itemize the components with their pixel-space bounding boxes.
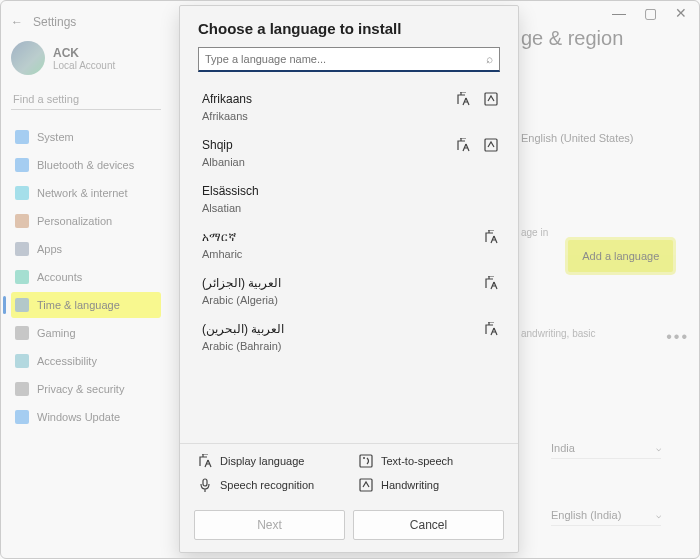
sidebar-item-time-language[interactable]: Time & language bbox=[11, 292, 161, 318]
close-button[interactable]: ✕ bbox=[675, 5, 687, 21]
find-setting-input[interactable] bbox=[11, 89, 161, 110]
display-language-icon bbox=[198, 454, 212, 468]
display-language-icon bbox=[484, 322, 498, 336]
choose-language-dialog: Choose a language to install ⌕ Afrikaans… bbox=[179, 5, 519, 553]
profile-name: ACK bbox=[53, 46, 115, 60]
language-search-input[interactable] bbox=[205, 53, 486, 65]
language-region-page: ge & region English (United States) age … bbox=[521, 21, 689, 526]
page-title: ge & region bbox=[521, 27, 689, 50]
language-option[interactable]: العربية (البحرين)Arabic (Bahrain) bbox=[198, 316, 512, 362]
handwriting-icon bbox=[484, 92, 498, 106]
settings-title: Settings bbox=[33, 15, 76, 29]
sidebar-item-bluetooth-devices[interactable]: Bluetooth & devices bbox=[11, 152, 161, 178]
add-language-button[interactable]: Add a language bbox=[568, 240, 673, 272]
display-language-icon bbox=[456, 138, 470, 152]
nav-icon bbox=[15, 326, 29, 340]
speech-icon bbox=[198, 478, 212, 492]
sidebar-item-privacy-security[interactable]: Privacy & security bbox=[11, 376, 161, 402]
nav-icon bbox=[15, 298, 29, 312]
avatar bbox=[11, 41, 45, 75]
language-features: andwriting, basic bbox=[521, 328, 595, 346]
tts-icon bbox=[359, 454, 373, 468]
display-language-icon bbox=[484, 276, 498, 290]
sidebar-item-network-internet[interactable]: Network & internet bbox=[11, 180, 161, 206]
next-button[interactable]: Next bbox=[194, 510, 345, 540]
nav-icon bbox=[15, 242, 29, 256]
nav-icon bbox=[15, 270, 29, 284]
language-list[interactable]: AfrikaansAfrikaansShqipAlbanianElsässisc… bbox=[180, 80, 518, 443]
maximize-button[interactable]: ▢ bbox=[644, 5, 657, 21]
sidebar-item-personalization[interactable]: Personalization bbox=[11, 208, 161, 234]
more-icon[interactable]: ••• bbox=[666, 328, 689, 346]
format-select[interactable]: English (India)⌵ bbox=[551, 509, 661, 526]
nav-icon bbox=[15, 382, 29, 396]
search-icon: ⌕ bbox=[486, 52, 493, 66]
nav-icon bbox=[15, 410, 29, 424]
cancel-button[interactable]: Cancel bbox=[353, 510, 504, 540]
sidebar-item-accessibility[interactable]: Accessibility bbox=[11, 348, 161, 374]
dialog-title: Choose a language to install bbox=[198, 20, 500, 37]
minimize-button[interactable]: — bbox=[612, 5, 626, 21]
language-option[interactable]: ShqipAlbanian bbox=[198, 132, 512, 178]
language-option[interactable]: العربية (الجزائر)Arabic (Algeria) bbox=[198, 270, 512, 316]
country-select[interactable]: India⌵ bbox=[551, 442, 661, 459]
profile-block[interactable]: ACK Local Account bbox=[11, 41, 161, 75]
sidebar-item-gaming[interactable]: Gaming bbox=[11, 320, 161, 346]
language-option[interactable]: ElsässischAlsatian bbox=[198, 178, 512, 224]
caption: age in bbox=[521, 227, 548, 238]
language-option[interactable]: AfrikaansAfrikaans bbox=[198, 86, 512, 132]
sidebar-item-apps[interactable]: Apps bbox=[11, 236, 161, 262]
sidebar-item-windows-update[interactable]: Windows Update bbox=[11, 404, 161, 430]
back-icon[interactable]: ← bbox=[11, 15, 23, 29]
handwriting-icon bbox=[359, 478, 373, 492]
profile-sub: Local Account bbox=[53, 60, 115, 71]
feature-legend: Display language Text-to-speech Speech r… bbox=[180, 443, 518, 502]
nav-icon bbox=[15, 186, 29, 200]
display-language-icon bbox=[456, 92, 470, 106]
nav-icon bbox=[15, 130, 29, 144]
nav-icon bbox=[15, 214, 29, 228]
settings-sidebar: ← Settings ACK Local Account SystemBluet… bbox=[1, 1, 171, 558]
language-option[interactable]: አማርኛAmharic bbox=[198, 224, 512, 270]
handwriting-icon bbox=[484, 138, 498, 152]
display-language-value[interactable]: English (United States) bbox=[521, 132, 689, 144]
language-search[interactable]: ⌕ bbox=[198, 47, 500, 72]
sidebar-item-system[interactable]: System bbox=[11, 124, 161, 150]
sidebar-item-accounts[interactable]: Accounts bbox=[11, 264, 161, 290]
display-language-icon bbox=[484, 230, 498, 244]
nav-icon bbox=[15, 354, 29, 368]
nav-icon bbox=[15, 158, 29, 172]
